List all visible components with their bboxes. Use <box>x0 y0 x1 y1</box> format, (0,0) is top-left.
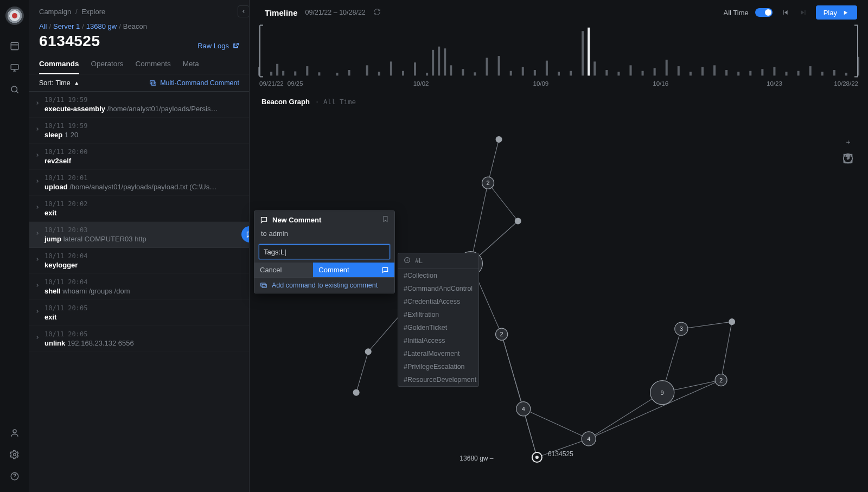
refresh-icon[interactable] <box>373 8 381 17</box>
command-row[interactable]: 10/11 20:05 exit <box>29 300 249 326</box>
chevron-right-icon[interactable] <box>35 255 40 264</box>
timeline-tick: 10/09 <box>533 80 548 87</box>
tab-operators[interactable]: Operators <box>91 60 124 74</box>
icon-rail <box>0 0 29 492</box>
comment-button[interactable]: Comment <box>313 263 394 277</box>
play-button[interactable]: Play <box>816 5 857 20</box>
chevron-right-icon[interactable] <box>35 125 40 133</box>
user-icon[interactable] <box>9 427 21 439</box>
external-link-icon <box>232 42 239 49</box>
svg-rect-110 <box>262 284 266 287</box>
chevron-right-icon[interactable] <box>35 229 40 238</box>
dashboard-icon[interactable] <box>9 40 21 52</box>
help-icon[interactable] <box>9 470 21 482</box>
command-meta: 10/11 20:05 <box>44 304 239 312</box>
command-row[interactable]: 10/11 19:59 execute-assembly /home/analy… <box>29 92 249 118</box>
command-line: jump lateral COMPUTER03 http <box>44 235 239 243</box>
chevron-right-icon[interactable] <box>35 308 40 316</box>
crumb-host[interactable]: 13680 gw <box>86 22 117 30</box>
svg-line-74 <box>524 409 589 439</box>
tag-option[interactable]: #PrivilegeEscalation <box>398 360 478 373</box>
svg-text:4: 4 <box>522 406 525 412</box>
chevron-right-icon[interactable] <box>35 151 40 159</box>
svg-line-76 <box>589 393 662 439</box>
tag-option[interactable]: #CommandAndControl <box>398 282 478 295</box>
tag-add-row[interactable]: #L <box>398 253 478 269</box>
tag-option[interactable]: #Exfiltration <box>398 308 478 321</box>
chevron-right-icon[interactable] <box>35 203 40 212</box>
command-row[interactable]: 10/11 20:04 shell whoami /groups /dom <box>29 274 249 300</box>
svg-rect-55 <box>786 72 788 75</box>
export-icon[interactable] <box>842 188 854 200</box>
tag-option[interactable]: #Collection <box>398 269 478 282</box>
multi-command-comment-button[interactable]: Multi-Command Comment <box>149 79 239 87</box>
gear-icon[interactable] <box>9 449 21 461</box>
svg-rect-109 <box>261 283 265 286</box>
tag-option[interactable]: #LateralMovement <box>398 347 478 360</box>
svg-rect-52 <box>749 71 751 76</box>
crumb-all[interactable]: All <box>39 22 47 30</box>
graph-header: Beacon Graph · All Time <box>250 90 868 113</box>
crumb-explore[interactable]: Explore <box>81 8 105 16</box>
command-line: exit <box>44 209 239 217</box>
command-row[interactable]: 10/11 20:03 jump lateral COMPUTER03 http <box>29 222 249 248</box>
command-row[interactable]: 10/11 19:59 sleep 1 20 <box>29 118 249 144</box>
timeline-tick: 10/02 <box>413 80 429 87</box>
chevron-right-icon[interactable] <box>35 177 40 186</box>
beacon-graph[interactable]: 2824493213680 gw –6134525 ＋ － <box>259 113 858 487</box>
svg-rect-17 <box>366 65 368 75</box>
tag-option[interactable]: #CredentialAccess <box>398 295 478 308</box>
graph-title: Beacon Graph <box>261 98 310 106</box>
crumb-server[interactable]: Server 1 <box>53 22 80 30</box>
tag-option[interactable]: #ResourceDevelopment <box>398 373 478 386</box>
command-line: shell whoami /groups /dom <box>44 287 239 295</box>
presentation-icon[interactable] <box>9 62 21 74</box>
sort-value[interactable]: Time <box>55 79 70 87</box>
new-comment-popup: New Comment to admin Tags:L| Cancel Comm… <box>254 210 395 293</box>
chevron-right-icon[interactable] <box>35 99 40 107</box>
command-line: exit <box>44 313 239 321</box>
tab-commands[interactable]: Commands <box>39 60 79 74</box>
inline-comment-button[interactable] <box>241 226 249 242</box>
timeline-chart[interactable] <box>259 22 858 80</box>
tags-input[interactable]: Tags:L| <box>259 244 390 259</box>
popup-body: to admin <box>254 228 394 242</box>
command-row[interactable]: 10/11 20:01 upload /home/analyst01/paylo… <box>29 170 249 196</box>
bookmark-icon[interactable] <box>382 215 389 224</box>
command-meta: 10/11 20:02 <box>44 200 239 208</box>
command-list[interactable]: 10/11 19:59 execute-assembly /home/analy… <box>29 92 249 492</box>
raw-logs-link[interactable]: Raw Logs <box>197 42 239 50</box>
svg-text:2: 2 <box>486 180 489 186</box>
tab-comments[interactable]: Comments <box>136 60 171 74</box>
tag-dropdown[interactable]: #L #Collection#CommandAndControl#Credent… <box>398 253 479 387</box>
command-meta: 10/11 20:00 <box>44 148 239 156</box>
svg-rect-11 <box>282 71 284 76</box>
svg-rect-9 <box>270 72 272 75</box>
chevron-right-icon[interactable] <box>35 282 40 290</box>
skip-forward-icon[interactable] <box>797 7 809 18</box>
command-row[interactable]: 10/11 20:04 keylogger <box>29 248 249 274</box>
svg-rect-36 <box>570 71 572 76</box>
svg-rect-30 <box>498 56 500 75</box>
skip-back-icon[interactable] <box>779 7 791 18</box>
search-icon[interactable] <box>9 84 21 95</box>
command-row[interactable]: 10/11 20:02 exit <box>29 196 249 222</box>
comment-stack-icon <box>260 282 267 289</box>
all-time-toggle[interactable] <box>755 8 773 17</box>
app-logo[interactable] <box>5 7 24 25</box>
crumb-campaign[interactable]: Campaign <box>39 8 71 16</box>
svg-text:2: 2 <box>719 377 723 384</box>
cancel-button[interactable]: Cancel <box>254 263 313 277</box>
command-row[interactable]: 10/11 20:05 unlink 192.168.23.132 6556 <box>29 326 249 352</box>
tab-meta[interactable]: Meta <box>183 60 199 74</box>
sort-direction-icon[interactable]: ▴ <box>75 79 79 87</box>
svg-rect-47 <box>690 72 692 75</box>
svg-rect-7 <box>151 82 156 85</box>
chevron-right-icon[interactable] <box>35 334 40 342</box>
tag-option[interactable]: #InitialAccess <box>398 334 478 347</box>
add-to-existing-link[interactable]: Add command to existing comment <box>254 277 394 293</box>
command-row[interactable]: 10/11 20:00 rev2self <box>29 144 249 170</box>
svg-rect-57 <box>809 66 812 75</box>
tag-option[interactable]: #GoldenTicket <box>398 321 478 334</box>
collapse-panel-icon[interactable] <box>238 5 250 17</box>
